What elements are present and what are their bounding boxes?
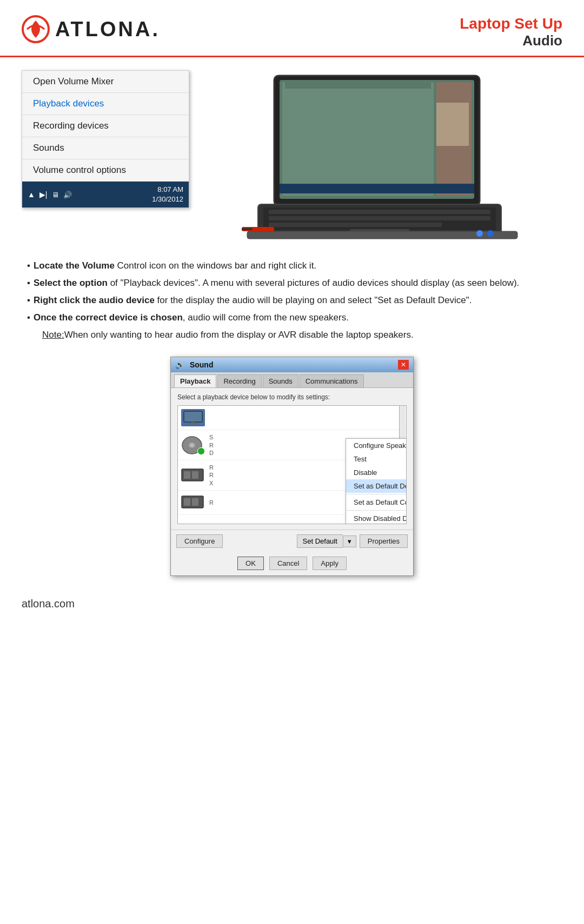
tab-sounds[interactable]: Sounds	[263, 374, 298, 387]
svg-rect-19	[184, 411, 202, 422]
device-speaker1-text: RRX	[209, 464, 214, 487]
ctx-test[interactable]: Test	[346, 452, 407, 466]
instructions-section: • Locate the Volume Control icon on the …	[0, 243, 584, 351]
instruction-4: • Once the correct device is chosen, aud…	[27, 310, 557, 325]
svg-point-17	[476, 230, 483, 237]
instruction-2-bold: Select the option	[34, 278, 108, 288]
dialog-tabs: Playback Recording Sounds Communications	[171, 372, 413, 388]
note-label: Note:	[42, 327, 64, 343]
taskbar-volume-icon: 🔊	[63, 191, 72, 199]
menu-item-recording[interactable]: Recording devices	[22, 115, 189, 137]
instruction-2: • Select the option of "Playback devices…	[27, 276, 557, 291]
dialog-title: 🔊 Sound	[175, 360, 213, 369]
svg-point-18	[487, 230, 494, 237]
svg-rect-30	[192, 498, 198, 506]
set-default-arrow-button[interactable]: ▼	[343, 535, 356, 547]
context-menu-area: Open Volume Mixer Playback devices Recor…	[22, 70, 189, 208]
instruction-4-bold: Once the correct device is chosen	[34, 312, 183, 323]
svg-rect-12	[269, 223, 442, 227]
menu-item-open-volume[interactable]: Open Volume Mixer	[22, 71, 189, 93]
svg-rect-27	[192, 471, 198, 479]
svg-rect-11	[269, 216, 490, 220]
taskbar-monitor-icon: 🖥	[52, 191, 59, 199]
sound-dialog: 🔊 Sound ✕ Playback Recording Sounds Comm…	[170, 357, 414, 576]
dialog-body: Select a playback device below to modify…	[171, 388, 413, 530]
logo-area: ATLONA.	[22, 15, 160, 43]
svg-rect-3	[282, 82, 434, 196]
page-title-line1: Laptop Set Up	[460, 15, 562, 32]
ctx-set-default-device[interactable]: Set as Default Device	[346, 479, 407, 493]
svg-rect-6	[436, 103, 469, 146]
svg-rect-21	[189, 423, 197, 424]
header-title: Laptop Set Up Audio	[460, 15, 562, 49]
menu-item-volume-control[interactable]: Volume control options	[22, 159, 189, 182]
ctx-configure-speakers[interactable]: Configure Speakers	[346, 439, 407, 452]
ok-button[interactable]: OK	[237, 557, 264, 570]
ctx-divider-1	[346, 494, 407, 494]
tab-recording[interactable]: Recording	[217, 374, 261, 387]
device-speaker2-text: R	[209, 499, 214, 506]
properties-button[interactable]: Properties	[360, 534, 408, 548]
set-default-group: Set Default ▼	[297, 534, 356, 548]
svg-point-24	[191, 444, 193, 446]
set-default-button[interactable]: Set Default	[297, 534, 343, 548]
cancel-button[interactable]: Cancel	[269, 557, 307, 570]
laptop-image	[242, 70, 523, 243]
time-display: 8:07 AM	[152, 185, 183, 195]
device-disc-icon	[181, 436, 205, 455]
device-row-monitor[interactable]	[178, 406, 406, 430]
svg-rect-26	[184, 471, 190, 479]
page-footer: atlona.com	[0, 587, 584, 621]
instruction-3-text: for the display the audio will be playin…	[155, 295, 472, 305]
instruction-3-bold: Right click the audio device	[34, 295, 155, 305]
instruction-3: • Right click the audio device for the d…	[27, 293, 557, 308]
svg-rect-16	[242, 228, 253, 230]
ctx-set-default-comm[interactable]: Set as Default Communication Device	[346, 496, 407, 509]
device-disc-text: SRD	[209, 433, 214, 457]
instruction-4-text: , audio will come from the new speakers.	[183, 312, 349, 323]
device-monitor-icon	[181, 409, 205, 426]
instruction-1-text: Control icon on the windows bar and righ…	[115, 260, 316, 271]
svg-rect-10	[269, 210, 490, 214]
ctx-show-disabled[interactable]: Show Disabled Devices	[346, 512, 407, 524]
ctx-disable[interactable]: Disable	[346, 466, 407, 479]
dialog-ok-row: OK Cancel Apply	[171, 552, 413, 575]
volume-context-menu: Open Volume Mixer Playback devices Recor…	[22, 70, 189, 208]
dialog-close-button[interactable]: ✕	[398, 360, 409, 370]
instruction-2-text: of "Playback devices". A menu with sever…	[108, 278, 519, 288]
svg-rect-7	[285, 82, 431, 89]
laptop-image-area	[202, 70, 562, 243]
taskbar-media-icon: ▶|	[39, 190, 48, 199]
instruction-1: • Locate the Volume Control icon on the …	[27, 258, 557, 273]
tab-communications[interactable]: Communications	[300, 374, 364, 387]
taskbar-arrow-icon: ▲	[28, 190, 35, 199]
website-url: atlona.com	[22, 598, 75, 610]
taskbar-area: ▲ ▶| 🖥 🔊 8:07 AM 1/30/2012	[22, 182, 189, 207]
apply-button[interactable]: Apply	[313, 557, 347, 570]
playback-context-menu: Configure Speakers Test Disable Set as D…	[346, 438, 407, 524]
device-speaker2-icon	[181, 494, 205, 511]
svg-rect-29	[184, 498, 190, 506]
note-line: Note: When only wanting to hear audio fr…	[27, 327, 557, 343]
menu-item-sounds[interactable]: Sounds	[22, 137, 189, 159]
date-display: 1/30/2012	[152, 195, 183, 204]
top-section: Open Volume Mixer Playback devices Recor…	[0, 57, 584, 243]
device-list[interactable]: SRD RRX R	[177, 405, 407, 524]
configure-button[interactable]: Configure	[176, 534, 223, 548]
device-list-inner: SRD RRX R	[178, 406, 406, 524]
menu-item-playback[interactable]: Playback devices	[22, 93, 189, 115]
note-text: When only wanting to hear audio from the…	[64, 327, 414, 343]
taskbar-icons: ▲ ▶| 🖥 🔊	[28, 190, 72, 199]
instruction-1-bold: Locate the Volume	[34, 260, 115, 271]
ctx-divider-2	[346, 510, 407, 511]
dialog-instruction: Select a playback device below to modify…	[177, 393, 407, 401]
sound-icon: 🔊	[175, 360, 184, 369]
logo-text: ATLONA.	[55, 18, 160, 41]
header: ATLONA. Laptop Set Up Audio	[0, 0, 584, 57]
dialog-footer-buttons: Configure Set Default ▼ Properties	[171, 530, 413, 552]
device-speaker1-icon	[181, 467, 205, 484]
taskbar-time: 8:07 AM 1/30/2012	[152, 185, 183, 204]
atlona-logo-icon	[22, 15, 50, 43]
tab-playback[interactable]: Playback	[174, 374, 216, 387]
dialog-footer-right: Set Default ▼ Properties	[297, 534, 408, 548]
